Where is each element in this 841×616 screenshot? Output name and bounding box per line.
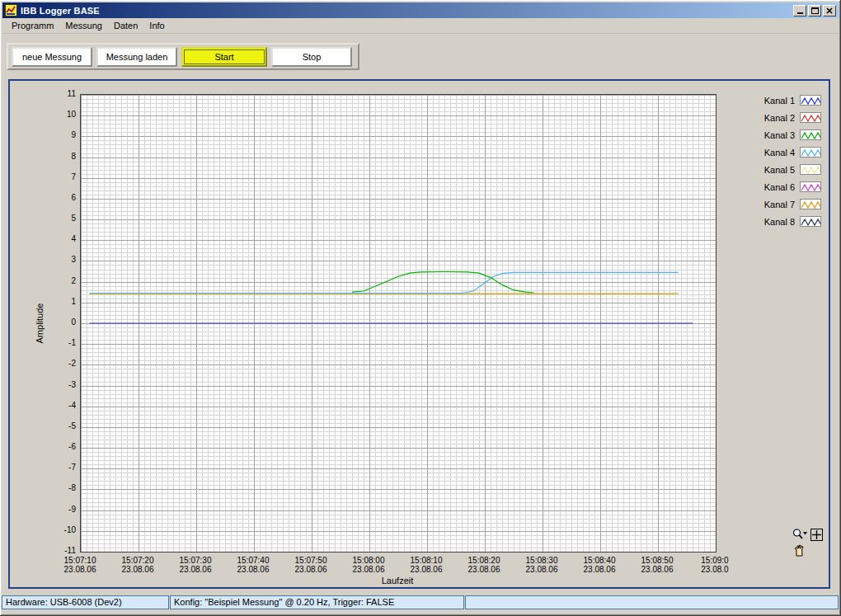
legend-label: Kanal 4: [764, 148, 795, 158]
pan-tool-button[interactable]: [792, 543, 806, 557]
chart-plot-area: [81, 95, 716, 552]
konfig-status-field: Konfig: "Beispiel Messung" @ 0.20 Hz, Tr…: [170, 595, 464, 609]
menu-item-daten[interactable]: Daten: [108, 19, 143, 32]
y-tick-label: 5: [36, 214, 76, 223]
cursor-tool-button[interactable]: [810, 529, 823, 541]
legend-label: Kanal 2: [764, 113, 795, 123]
legend-label: Kanal 1: [764, 96, 795, 106]
x-tick-label: 15:07:5023.08.06: [278, 556, 344, 574]
app-icon: [5, 4, 17, 16]
legend-sample-icon: [800, 147, 821, 158]
crosshair-icon: [812, 530, 821, 539]
x-axis-title: Laufzeit: [344, 576, 451, 585]
zoom-tool-button[interactable]: [792, 528, 808, 541]
legend-item-kanal-7[interactable]: Kanal 7: [731, 195, 821, 213]
minimize-button[interactable]: [793, 5, 806, 16]
y-tick-label: 10: [36, 110, 76, 120]
close-icon: [826, 7, 833, 14]
x-tick-label: 15:08:4023.08.06: [566, 556, 632, 574]
legend-item-kanal-6[interactable]: Kanal 6: [731, 178, 821, 195]
chart-panel: 11109876543210-1-2-3-4-5-6-7-8-9-10-11 A…: [8, 79, 830, 589]
legend-sample-icon: [800, 181, 821, 192]
legend-item-kanal-4[interactable]: Kanal 4: [731, 143, 821, 161]
maximize-button[interactable]: [808, 5, 821, 16]
legend-label: Kanal 8: [764, 217, 795, 227]
legend-sample-icon: [800, 199, 821, 209]
menu-item-messung[interactable]: Messung: [59, 19, 108, 32]
legend-sample-icon: [800, 164, 821, 175]
y-tick-label: 9: [36, 130, 76, 140]
maximize-icon: [811, 7, 819, 14]
window-title: IBB Logger BASE: [21, 6, 793, 16]
y-tick-label: -10: [36, 525, 76, 535]
graph-tool-palette: [790, 526, 826, 559]
waveform-chart[interactable]: [80, 94, 716, 553]
x-tick-label: 15:08:2023.08.06: [451, 556, 517, 574]
chart-legend: Kanal 1Kanal 2Kanal 3Kanal 4Kanal 5Kanal…: [731, 92, 821, 230]
legend-label: Kanal 7: [764, 200, 795, 209]
legend-item-kanal-3[interactable]: Kanal 3: [731, 126, 821, 143]
legend-item-kanal-5[interactable]: Kanal 5: [731, 161, 821, 178]
x-tick-label: 15:08:3023.08.06: [509, 556, 575, 574]
x-tick-label: 15:08:1023.08.06: [393, 556, 459, 574]
x-tick-label: 15:09:023.08.0: [682, 556, 748, 574]
legend-item-kanal-8[interactable]: Kanal 8: [731, 213, 821, 230]
y-tick-label: 3: [36, 255, 76, 265]
legend-sample-icon: [800, 112, 821, 123]
y-tick-label: -11: [36, 546, 76, 556]
legend-sample-icon: [800, 216, 821, 227]
y-tick-label: -8: [36, 483, 76, 493]
menu-item-programm[interactable]: Programm: [6, 19, 59, 32]
y-tick-label: -9: [36, 505, 76, 515]
y-tick-label: 7: [36, 172, 76, 182]
empty-status-field: [465, 595, 839, 609]
toolbar: neue Messung Messung laden Start Stop: [7, 43, 359, 70]
x-tick-label: 15:08:0023.08.06: [336, 556, 402, 574]
y-tick-label: 11: [36, 89, 76, 99]
legend-item-kanal-1[interactable]: Kanal 1: [731, 92, 821, 109]
x-tick-label: 15:07:1023.08.06: [47, 556, 113, 574]
legend-sample-icon: [800, 129, 821, 140]
hardware-status-field: Hardware: USB-6008 (Dev2): [2, 595, 169, 609]
y-tick-label: 6: [36, 193, 76, 203]
close-button[interactable]: [823, 5, 836, 16]
y-tick-label: -6: [36, 442, 76, 452]
legend-label: Kanal 5: [764, 165, 795, 175]
y-axis-title: Amplitude: [35, 282, 45, 364]
y-tick-label: 8: [36, 152, 76, 162]
legend-item-kanal-2[interactable]: Kanal 2: [731, 109, 821, 126]
magnifier-icon: [792, 528, 808, 541]
y-tick-label: -4: [36, 401, 76, 411]
x-tick-label: 15:07:2023.08.06: [105, 556, 171, 574]
y-tick-label: -3: [36, 380, 76, 390]
x-tick-label: 15:07:3023.08.06: [162, 556, 228, 574]
minimize-icon: [797, 12, 803, 14]
legend-label: Kanal 6: [764, 182, 795, 192]
menu-item-info[interactable]: Info: [143, 19, 170, 32]
neue-messung-button[interactable]: neue Messung: [12, 47, 92, 67]
hand-icon: [792, 543, 806, 557]
legend-sample-icon: [800, 95, 821, 106]
title-bar: IBB Logger BASE: [2, 2, 839, 18]
x-tick-label: 15:07:4023.08.06: [220, 556, 286, 574]
y-tick-label: 4: [36, 234, 76, 244]
messung-laden-button[interactable]: Messung laden: [96, 47, 177, 67]
app-window: IBB Logger BASE Programm Messung Daten I…: [0, 0, 841, 616]
start-button[interactable]: Start: [181, 47, 267, 67]
y-tick-label: -7: [36, 463, 76, 473]
stop-button[interactable]: Stop: [271, 47, 352, 67]
menu-bar: Programm Messung Daten Info: [2, 18, 839, 34]
y-tick-label: -5: [36, 421, 76, 431]
legend-label: Kanal 3: [764, 130, 795, 140]
x-tick-label: 15:08:5023.08.06: [624, 556, 690, 574]
